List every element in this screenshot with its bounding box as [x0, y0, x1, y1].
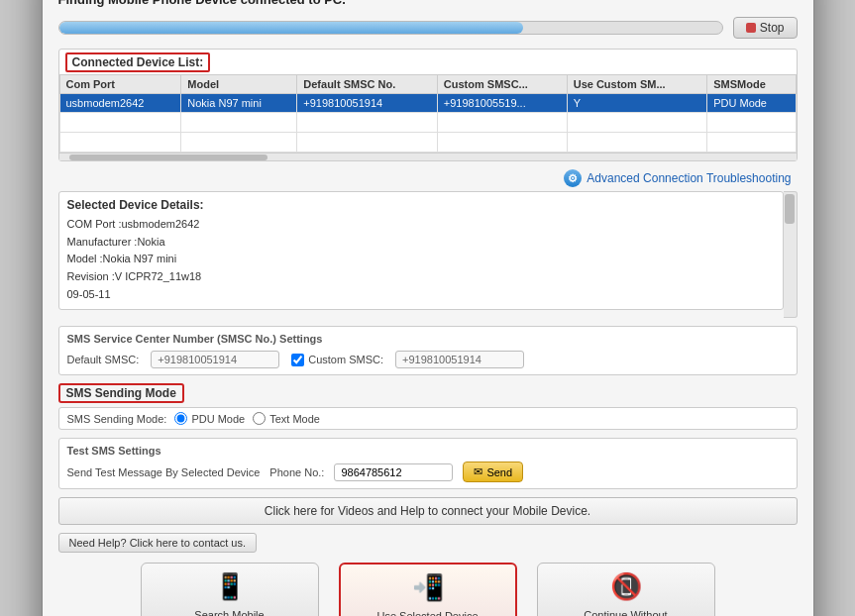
device-table-wrapper: Com Port Model Default SMSC No. Custom S…: [59, 74, 797, 153]
continue-without-label: Continue Without Device Selection: [584, 608, 667, 616]
advanced-label: Advanced Connection Troubleshooting: [587, 171, 791, 185]
search-again-label: Search Mobile Device Again: [194, 608, 264, 616]
cell-default-smsc: +919810051914: [297, 94, 438, 113]
test-sms-label: Send Test Message By Selected Device: [67, 466, 261, 478]
table-header-row: Com Port Model Default SMSC No. Custom S…: [59, 75, 796, 94]
use-selected-button[interactable]: 📲 Use Selected Device to Send SMS: [339, 563, 517, 616]
default-smsc-label: Default SMSC:: [67, 354, 140, 365]
use-selected-label: Use Selected Device to Send SMS: [376, 609, 478, 616]
cell-custom-smsc: +91981005519...: [437, 94, 567, 113]
device-list-label: Connected Device List:: [65, 52, 211, 72]
sms-mode-box: SMS Sending Mode: [58, 383, 184, 403]
vertical-scrollbar[interactable]: [784, 191, 798, 318]
test-sms-row: Send Test Message By Selected Device Pho…: [67, 462, 789, 482]
table-row-empty-1: [59, 113, 796, 133]
test-sms-section: Test SMS Settings Send Test Message By S…: [58, 438, 798, 489]
stop-icon: [746, 23, 756, 33]
col-com-port: Com Port: [59, 75, 181, 94]
sms-mode-label: SMS Sending Mode:: [67, 413, 167, 425]
scrollbar-thumb: [69, 154, 267, 160]
pdu-mode-label: PDU Mode: [191, 413, 245, 425]
help-contact-button[interactable]: Need Help? Click here to contact us.: [58, 533, 258, 553]
help-video-button[interactable]: Click here for Videos and Help to connec…: [58, 497, 798, 525]
sms-mode-row: SMS Sending Mode: PDU Mode Text Mode: [58, 407, 798, 430]
cell-use-custom: Y: [567, 94, 707, 113]
wizard-header: Finding Mobile Phone Device connected to…: [58, 0, 798, 7]
col-use-custom: Use Custom SM...: [567, 75, 707, 94]
device-com-port: COM Port :usbmodem2642: [67, 216, 775, 234]
default-smsc-input[interactable]: [151, 351, 279, 368]
progress-track: [58, 21, 723, 35]
text-mode-option[interactable]: Text Mode: [253, 412, 320, 425]
search-again-button[interactable]: 📱 Search Mobile Device Again: [141, 563, 319, 616]
advanced-icon: ⚙: [564, 169, 582, 187]
continue-without-button[interactable]: 📵 Continue Without Device Selection: [537, 563, 715, 616]
continue-without-icon: 📵: [610, 571, 642, 602]
progress-fill: [59, 22, 524, 34]
use-selected-icon: 📲: [412, 572, 444, 603]
custom-smsc-input[interactable]: [395, 351, 524, 368]
main-window: Mobile Phone Connection Wizard Finding M…: [42, 0, 814, 616]
stop-button[interactable]: Stop: [733, 17, 798, 39]
phone-number-input[interactable]: [334, 463, 453, 481]
device-model: Model :Nokia N97 mini: [67, 251, 775, 268]
text-mode-label: Text Mode: [269, 413, 320, 425]
cell-model: Nokia N97 mini: [181, 94, 297, 113]
bottom-buttons-row: 📱 Search Mobile Device Again 📲 Use Selec…: [58, 563, 798, 616]
custom-smsc-checkbox-label[interactable]: Custom SMSC:: [291, 354, 383, 366]
table-row-empty-2: [59, 133, 796, 153]
selected-device-row: Selected Device Details: COM Port :usbmo…: [58, 191, 798, 318]
smsc-row: Default SMSC: Custom SMSC:: [67, 351, 789, 368]
selected-device-title: Selected Device Details:: [67, 198, 775, 212]
test-sms-title: Test SMS Settings: [67, 445, 789, 457]
advanced-row: ⚙ Advanced Connection Troubleshooting: [58, 165, 798, 191]
phone-no-label: Phone No.:: [269, 466, 324, 478]
stop-label: Stop: [760, 21, 785, 35]
send-button[interactable]: ✉ Send: [463, 462, 523, 482]
advanced-connection-button[interactable]: ⚙ Advanced Connection Troubleshooting: [564, 169, 791, 187]
table-row[interactable]: usbmodem2642 Nokia N97 mini +91981005191…: [59, 94, 796, 113]
custom-smsc-label: Custom SMSC:: [308, 354, 383, 365]
pdu-mode-option[interactable]: PDU Mode: [174, 412, 245, 425]
sms-mode-section: SMS Sending Mode SMS Sending Mode: PDU M…: [58, 383, 798, 430]
device-table: Com Port Model Default SMSC No. Custom S…: [59, 74, 797, 153]
search-again-icon: 📱: [214, 571, 246, 602]
vertical-scrollbar-thumb: [785, 194, 795, 224]
pdu-mode-radio[interactable]: [174, 412, 187, 425]
smsc-title: SMS Service Center Number (SMSC No.) Set…: [67, 333, 789, 345]
col-model: Model: [181, 75, 297, 94]
help-contact-row: Need Help? Click here to contact us.: [58, 533, 798, 563]
horizontal-scrollbar[interactable]: [59, 153, 797, 160]
cell-sms-mode: PDU Mode: [707, 94, 796, 113]
device-list-section: Connected Device List: Com Port Model De…: [58, 49, 798, 161]
col-custom-smsc: Custom SMSC...: [437, 75, 567, 94]
device-date: 09-05-11: [67, 286, 775, 304]
selected-device-section: Selected Device Details: COM Port :usbmo…: [58, 191, 784, 310]
col-sms-mode: SMSMode: [707, 75, 796, 94]
wizard-body: Finding Mobile Phone Device connected to…: [43, 0, 813, 616]
smsc-section: SMS Service Center Number (SMSC No.) Set…: [58, 326, 798, 375]
send-icon: ✉: [474, 465, 482, 478]
device-manufacturer: Manufacturer :Nokia: [67, 234, 775, 252]
send-label: Send: [486, 466, 512, 478]
device-info: COM Port :usbmodem2642 Manufacturer :Nok…: [67, 216, 775, 303]
progress-bar-row: Stop: [58, 17, 798, 39]
device-revision: Revision :V ICPR72_11w18: [67, 268, 775, 286]
custom-smsc-checkbox[interactable]: [291, 354, 304, 366]
text-mode-radio[interactable]: [253, 412, 266, 425]
cell-com-port: usbmodem2642: [59, 94, 181, 113]
col-default-smsc: Default SMSC No.: [297, 75, 438, 94]
